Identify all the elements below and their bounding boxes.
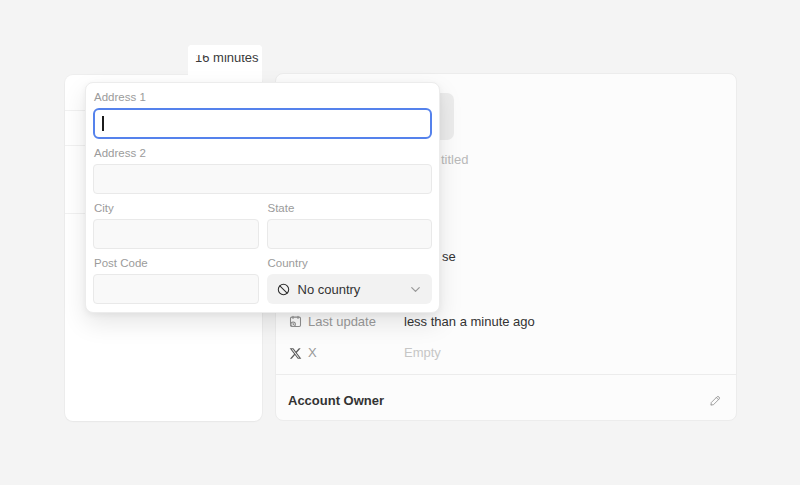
field-value-last-update[interactable]: less than a minute ago (404, 314, 535, 330)
post-code-label: Post Code (94, 257, 258, 269)
address2-input[interactable] (93, 164, 432, 194)
cell-clip-mask (188, 45, 262, 55)
ban-icon (276, 282, 291, 297)
post-code-input[interactable] (93, 274, 259, 304)
x-logo-icon (288, 346, 303, 361)
field-label-last-update: Last update (308, 314, 376, 330)
address1-input[interactable] (93, 108, 432, 139)
page: 16 minutes titled se Last update less th… (0, 0, 800, 485)
field-value-fragment: se (442, 249, 456, 265)
city-label: City (94, 202, 258, 214)
address1-label: Address 1 (94, 91, 431, 103)
country-select[interactable]: No country (267, 274, 433, 304)
record-title-fragment: titled (441, 152, 468, 168)
address2-label: Address 2 (94, 147, 431, 159)
pencil-icon (709, 394, 722, 407)
calendar-clock-icon (288, 314, 303, 329)
edit-account-owner-button[interactable] (704, 389, 726, 411)
field-label-x: X (308, 345, 317, 361)
address-edit-popup: Address 1 Address 2 City State Post Code (85, 82, 440, 313)
city-input[interactable] (93, 219, 259, 249)
text-caret (102, 116, 104, 131)
country-selected-value: No country (298, 282, 361, 297)
section-title-account-owner: Account Owner (288, 393, 384, 408)
chevron-down-icon (408, 282, 423, 297)
field-value-x[interactable]: Empty (404, 345, 441, 361)
panel-divider (276, 374, 736, 375)
state-input[interactable] (267, 219, 433, 249)
country-label: Country (268, 257, 432, 269)
last-update-table-cell: 16 minutes (188, 45, 262, 82)
state-label: State (268, 202, 432, 214)
